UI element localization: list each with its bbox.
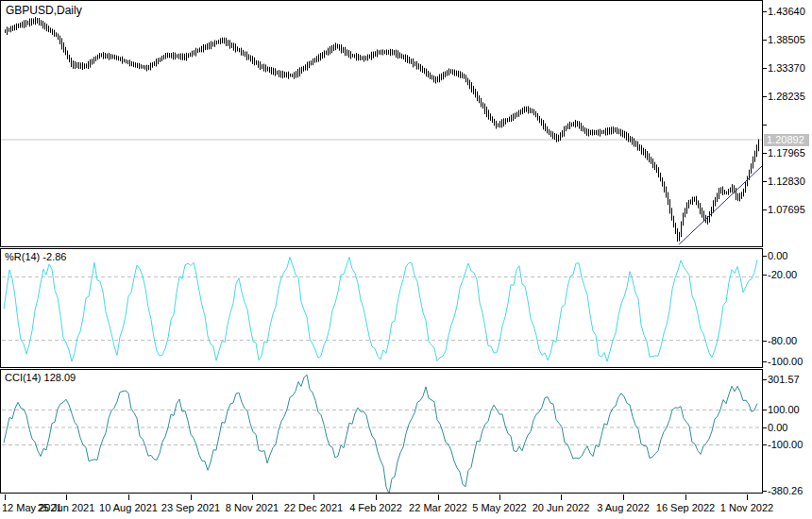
axis-tick [763,256,767,257]
date-tick [561,494,562,500]
cci-indicator-label: CCI(14) 128.09 [5,372,76,383]
date-label: 16 Sep 2022 [653,502,718,513]
date-label: 20 Jun 2022 [529,502,593,513]
price-axis-label: 100.00 [768,404,811,415]
date-tick [252,494,253,500]
axis-tick [763,275,767,276]
current-price-box: 1.20892 [764,134,809,146]
date-label: 22 Dec 2021 [281,502,346,513]
price-axis-label: 1.07695 [768,204,811,215]
date-label: 5 May 2022 [467,502,532,513]
axis-tick [763,11,767,12]
price-axis-label: 0.00 [768,250,811,261]
price-bars[interactable] [6,17,759,242]
date-label: 25 Jun 2021 [34,502,98,513]
price-axis-label: -100.00 [768,356,811,367]
date-label: 4 Feb 2022 [344,502,408,513]
axis-tick [763,153,767,154]
price-axis-label: -80.00 [768,335,811,346]
axis-tick [763,444,767,445]
date-tick [313,494,314,500]
wpr-value: -2.86 [42,251,66,262]
date-tick [5,494,6,500]
chart-window: GBPUSD,Daily %R(14) -2.86 CCI(14) 128.09… [0,0,812,519]
price-axis-label: 1.28235 [768,91,811,102]
cci-line[interactable] [4,375,757,494]
axis-tick [763,361,767,362]
main-panel-border [1,1,763,247]
cci-value: 128.09 [44,372,76,383]
date-tick [376,494,377,500]
date-tick [191,494,192,500]
cci-name: CCI(14) [5,372,42,383]
date-tick [623,494,624,500]
price-axis-label: -20.00 [768,269,811,280]
wpr-name: %R(14) [5,251,40,262]
price-axis-label: -380.26 [768,485,811,496]
wpr-line[interactable] [4,258,757,362]
axis-tick [763,40,767,41]
panel-border [1,370,763,494]
date-label: 10 Aug 2021 [96,502,161,513]
price-axis-label: 1.43640 [768,6,811,17]
price-axis-label: 1.33370 [768,62,811,74]
date-label: 22 Mar 2022 [406,502,470,513]
date-label: 8 Nov 2021 [220,502,284,513]
date-tick [128,494,129,500]
date-label: 3 Aug 2022 [591,502,655,513]
main-chart-panel[interactable] [0,0,763,247]
cci-indicator-panel[interactable] [0,369,763,494]
axis-tick [763,96,767,97]
date-label: 1 Nov 2022 [715,502,779,513]
date-tick [685,494,686,500]
axis-tick [763,181,767,182]
axis-tick [763,410,767,410]
price-axis-label: 1.38505 [768,34,811,45]
axis-tick [763,427,767,428]
price-axis-label: 0.00 [768,422,811,433]
wpr-indicator-panel[interactable] [0,248,763,368]
trendline[interactable] [679,166,762,244]
date-tick [438,494,439,500]
date-tick [499,494,500,500]
axis-tick [763,491,767,492]
price-axis-label: -100.00 [768,439,811,450]
axis-tick [763,125,767,126]
date-tick [66,494,67,500]
price-axis-label: 301.57 [768,374,811,385]
symbol-timeframe-label: GBPUSD,Daily [6,4,82,17]
axis-tick [763,209,767,210]
axis-tick [763,68,767,69]
price-axis-label: 1.17965 [768,147,811,159]
axis-tick [763,341,767,342]
axis-tick [763,379,767,380]
price-axis-label: 1.12830 [768,176,811,187]
wpr-indicator-label: %R(14) -2.86 [5,251,66,262]
date-tick [747,494,748,500]
date-label: 23 Sep 2021 [159,502,223,513]
